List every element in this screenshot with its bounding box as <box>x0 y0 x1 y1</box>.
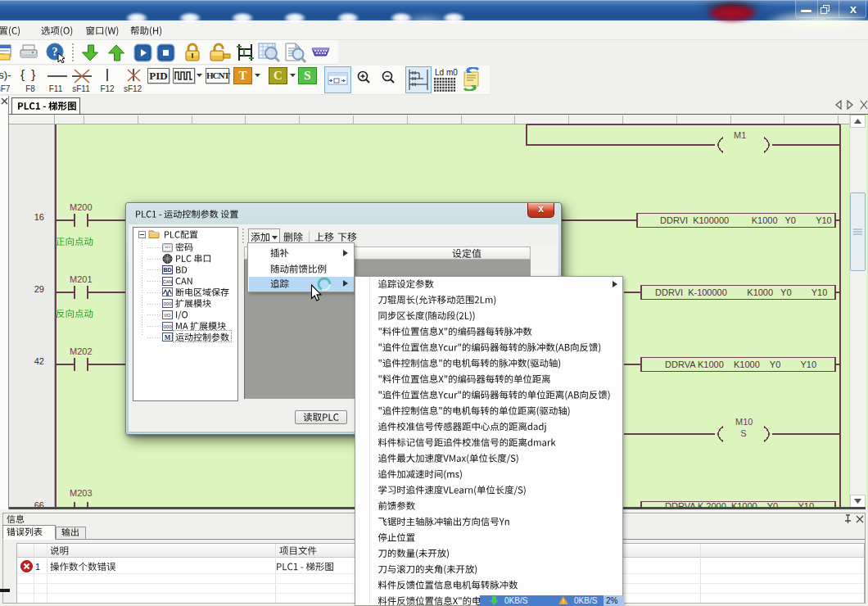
svg-text:I/O: I/O <box>164 313 170 318</box>
svg-text:!: ! <box>563 598 564 605</box>
svg-text:BD: BD <box>163 267 171 273</box>
svg-text:***: *** <box>165 245 171 250</box>
svg-text:000: 000 <box>163 301 172 306</box>
svg-text:M: M <box>165 334 171 341</box>
svg-text:000: 000 <box>163 324 172 329</box>
svg-text:CAN: CAN <box>163 279 173 284</box>
